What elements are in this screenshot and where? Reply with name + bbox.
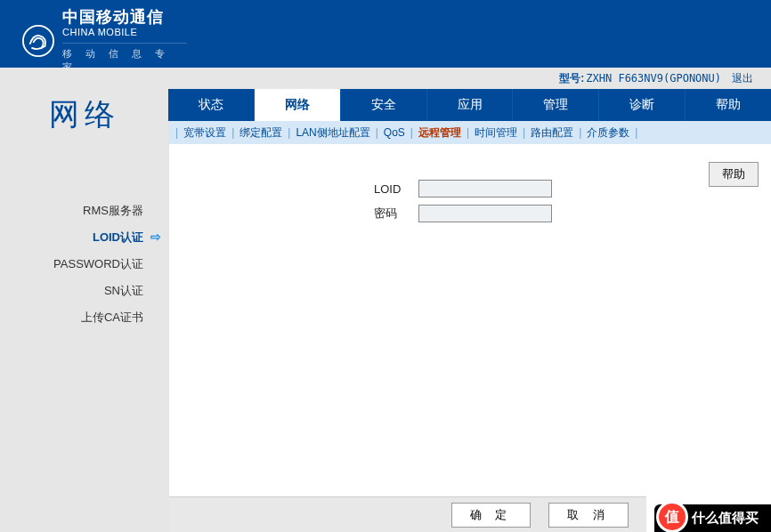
side-item-2[interactable]: PASSWORD认证	[0, 251, 168, 278]
brand-logo: 中国移动通信 CHINA MOBILE 移 动 信 息 专 家	[21, 9, 187, 74]
sub-sep: |	[577, 126, 583, 139]
sub-sep: |	[286, 126, 292, 139]
top-info-bar: 型号: ZXHN F663NV9(GPONONU) 退出	[168, 68, 771, 89]
sub-tab-7[interactable]: 介质参数	[583, 125, 633, 141]
sub-tab-3[interactable]: QoS	[380, 126, 409, 139]
sub-tab-1[interactable]: 绑定配置	[236, 125, 286, 141]
side-item-1[interactable]: LOID认证⇨	[0, 224, 168, 251]
main-tab-3[interactable]: 应用	[427, 89, 514, 121]
section-title: 网络	[0, 68, 168, 153]
main-tab-0[interactable]: 状态	[168, 89, 255, 121]
sub-tab-4[interactable]: 远程管理	[415, 125, 465, 141]
sub-tab-2[interactable]: LAN侧地址配置	[292, 125, 373, 141]
svg-point-0	[23, 26, 53, 56]
sub-sep: |	[465, 126, 471, 139]
brand-name-cn: 中国移动通信	[62, 9, 187, 27]
main-tab-6[interactable]: 帮助	[686, 89, 771, 121]
footer-buttons: 确 定 取 消	[169, 496, 646, 532]
model-value: ZXHN F663NV9(GPONONU)	[586, 72, 721, 85]
help-button[interactable]: 帮助	[709, 162, 759, 187]
side-item-3[interactable]: SN认证	[0, 278, 168, 304]
loid-form: LOID 密码	[374, 180, 646, 222]
main-tab-5[interactable]: 诊断	[599, 89, 686, 121]
main-tab-1[interactable]: 网络	[255, 89, 341, 121]
sub-sep: |	[230, 126, 236, 139]
china-mobile-icon	[21, 24, 55, 58]
sub-sep: |	[374, 126, 380, 139]
main-tabs: 状态网络安全应用管理诊断帮助	[168, 89, 771, 121]
left-sidebar: 网络 RMS服务器LOID认证⇨PASSWORD认证SN认证上传CA证书	[0, 68, 168, 532]
main-tab-4[interactable]: 管理	[513, 89, 599, 121]
watermark-badge-icon: 值	[656, 501, 688, 532]
sub-tab-6[interactable]: 路由配置	[527, 125, 577, 141]
main-tab-2[interactable]: 安全	[341, 89, 427, 121]
side-item-4[interactable]: 上传CA证书	[0, 304, 168, 331]
sub-tab-5[interactable]: 时间管理	[471, 125, 521, 141]
side-menu: RMS服务器LOID认证⇨PASSWORD认证SN认证上传CA证书	[0, 197, 168, 331]
watermark-text: 什么值得买	[692, 510, 759, 527]
cancel-button[interactable]: 取 消	[548, 503, 629, 528]
logout-link[interactable]: 退出	[732, 71, 753, 86]
side-item-0[interactable]: RMS服务器	[0, 197, 168, 224]
sub-sep: |	[521, 126, 527, 139]
arrow-right-icon: ⇨	[150, 230, 161, 244]
content-area: 帮助 LOID 密码 确 定 取 消	[168, 144, 771, 532]
sub-sep: |	[409, 126, 415, 139]
password-input[interactable]	[418, 205, 552, 222]
ok-button[interactable]: 确 定	[451, 503, 532, 528]
model-label: 型号:	[559, 71, 584, 86]
sub-sep: |	[174, 126, 180, 139]
loid-label: LOID	[374, 182, 418, 196]
password-label: 密码	[374, 206, 418, 222]
sub-sep: |	[633, 126, 639, 139]
loid-input[interactable]	[418, 180, 552, 197]
watermark: 值 什么值得买	[654, 504, 771, 532]
sub-tab-0[interactable]: 宽带设置	[180, 125, 230, 141]
sub-tabs: |宽带设置|绑定配置|LAN侧地址配置|QoS|远程管理|时间管理|路由配置|介…	[168, 121, 771, 144]
header: 中国移动通信 CHINA MOBILE 移 动 信 息 专 家	[0, 0, 771, 68]
brand-name-en: CHINA MOBILE	[62, 27, 187, 37]
